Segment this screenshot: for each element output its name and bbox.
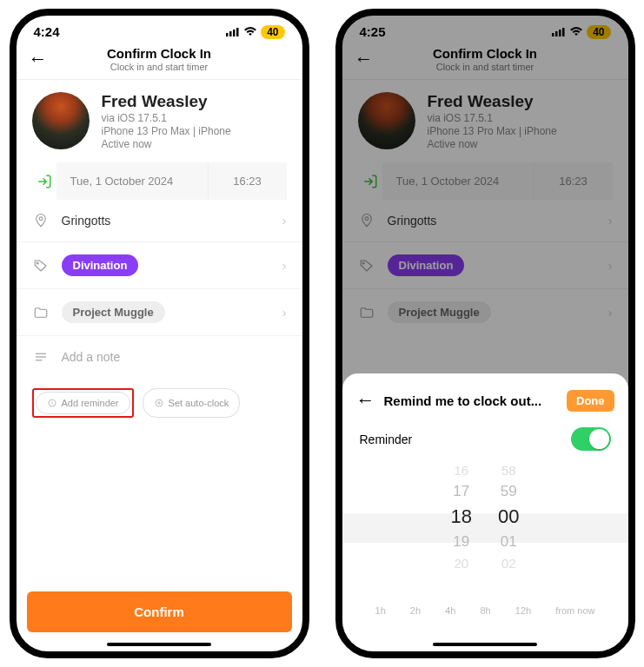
svg-point-4 — [39, 217, 43, 221]
phone-right: 4:25 40 ← Confirm Clock In Clock in and … — [335, 9, 635, 658]
status-indicators: 40 — [226, 24, 284, 39]
status-time: 4:24 — [34, 24, 60, 39]
profile-name: Fred Weasley — [102, 92, 231, 111]
profile-device: iPhone 13 Pro Max | iPhone — [102, 125, 231, 137]
svg-point-5 — [37, 262, 38, 264]
tag-chip: Divination — [62, 254, 139, 276]
back-button[interactable]: ← — [29, 48, 48, 70]
location-icon — [358, 212, 375, 229]
chevron-right-icon: › — [608, 306, 613, 320]
date-field[interactable]: Tue, 1 October 2024 — [382, 162, 534, 200]
profile-status: Active now — [102, 138, 231, 150]
quick-8h[interactable]: 8h — [480, 605, 490, 616]
chevron-right-icon: › — [608, 259, 613, 273]
header-title: Confirm Clock In — [107, 46, 211, 61]
avatar — [358, 92, 415, 149]
quick-shortcuts: 1h 2h 4h 8h 12h from now — [342, 593, 628, 616]
note-row[interactable]: Add a note — [17, 335, 302, 378]
wifi-icon — [569, 24, 583, 39]
datetime-row: Tue, 1 October 2024 16:23 — [342, 162, 628, 200]
sheet-title: Remind me to clock out... — [384, 393, 559, 408]
page-header: ← Confirm Clock In Clock in and start ti… — [342, 43, 628, 79]
cellular-icon — [552, 24, 566, 39]
chevron-right-icon: › — [282, 306, 287, 320]
reminder-toggle[interactable] — [571, 427, 611, 451]
svg-rect-2 — [233, 30, 236, 36]
svg-rect-11 — [552, 33, 554, 36]
status-indicators: 40 — [552, 24, 610, 39]
status-bar: 4:25 40 — [342, 16, 628, 43]
picker-hours[interactable]: 16 17 18 19 20 — [451, 463, 472, 571]
clock-in-icon — [358, 162, 382, 200]
quick-4h[interactable]: 4h — [445, 605, 455, 616]
done-button[interactable]: Done — [567, 390, 614, 412]
location-row[interactable]: Gringotts › — [342, 200, 628, 241]
set-autoclock-button[interactable]: Set auto-clock — [143, 388, 241, 418]
svg-rect-0 — [226, 33, 229, 36]
home-indicator[interactable] — [433, 643, 537, 646]
quick-2h[interactable]: 2h — [410, 605, 421, 616]
tag-chip: Divination — [388, 254, 465, 276]
time-picker[interactable]: 16 17 18 19 20 58 59 00 01 02 — [342, 463, 628, 593]
header-title: Confirm Clock In — [433, 46, 537, 61]
project-row[interactable]: Project Muggle › — [342, 288, 628, 335]
project-chip: Project Muggle — [62, 301, 165, 323]
quick-12h[interactable]: 12h — [515, 605, 531, 616]
location-value: Gringotts — [388, 214, 596, 228]
header-subtitle: Clock in and start timer — [107, 62, 211, 72]
tag-row[interactable]: Divination › — [17, 241, 302, 288]
picker-minutes[interactable]: 58 59 00 01 02 — [498, 463, 519, 571]
sheet-back-button[interactable]: ← — [356, 389, 375, 412]
svg-rect-14 — [562, 28, 565, 36]
set-autoclock-label: Set auto-clock — [169, 398, 229, 408]
avatar — [32, 92, 90, 149]
wifi-icon — [243, 24, 257, 39]
profile-section: Fred Weasley via iOS 17.5.1 iPhone 13 Pr… — [17, 80, 302, 162]
confirm-button[interactable]: Confirm — [27, 591, 292, 632]
project-chip: Project Muggle — [388, 301, 491, 323]
actions-row: Add reminder Set auto-clock — [17, 378, 302, 428]
note-placeholder: Add a note — [62, 350, 287, 364]
note-icon — [32, 348, 50, 366]
clock-in-icon — [32, 162, 56, 200]
tag-row[interactable]: Divination › — [342, 241, 628, 288]
location-row[interactable]: Gringotts › — [17, 200, 302, 241]
profile-os: via iOS 17.5.1 — [102, 112, 231, 124]
status-time: 4:25 — [360, 24, 386, 39]
profile-os: via iOS 17.5.1 — [428, 112, 557, 124]
battery-indicator: 40 — [261, 25, 284, 39]
highlight-annotation: Add reminder — [32, 388, 134, 418]
date-field[interactable]: Tue, 1 October 2024 — [56, 162, 209, 200]
status-bar: 4:24 40 — [17, 16, 302, 43]
add-reminder-button[interactable]: Add reminder — [36, 392, 130, 414]
battery-indicator: 40 — [587, 25, 610, 39]
tag-icon — [32, 257, 50, 274]
quick-1h[interactable]: 1h — [375, 605, 386, 616]
svg-point-15 — [365, 217, 368, 221]
datetime-row: Tue, 1 October 2024 16:23 — [17, 162, 302, 200]
cellular-icon — [226, 24, 240, 39]
chevron-right-icon: › — [282, 259, 287, 273]
home-indicator[interactable] — [107, 643, 211, 646]
back-button[interactable]: ← — [355, 48, 374, 70]
location-value: Gringotts — [62, 214, 270, 228]
tag-icon — [358, 257, 375, 274]
svg-rect-1 — [229, 31, 232, 36]
header-subtitle: Clock in and start timer — [433, 62, 537, 72]
add-reminder-label: Add reminder — [62, 398, 119, 408]
time-field[interactable]: 16:23 — [534, 162, 613, 200]
time-field[interactable]: 16:23 — [209, 162, 287, 200]
svg-rect-12 — [555, 31, 558, 36]
page-header: ← Confirm Clock In Clock in and start ti… — [17, 43, 302, 79]
quick-from-now[interactable]: from now — [555, 605, 594, 616]
svg-rect-13 — [559, 30, 561, 36]
chevron-right-icon: › — [282, 214, 287, 228]
chevron-right-icon: › — [608, 214, 613, 228]
phone-left: 4:24 40 ← Confirm Clock In Clock in and … — [10, 9, 309, 658]
folder-icon — [32, 304, 50, 321]
svg-rect-3 — [236, 28, 239, 36]
project-row[interactable]: Project Muggle › — [17, 288, 302, 335]
profile-status: Active now — [428, 138, 557, 150]
svg-point-16 — [362, 262, 364, 264]
profile-device: iPhone 13 Pro Max | iPhone — [428, 125, 557, 137]
